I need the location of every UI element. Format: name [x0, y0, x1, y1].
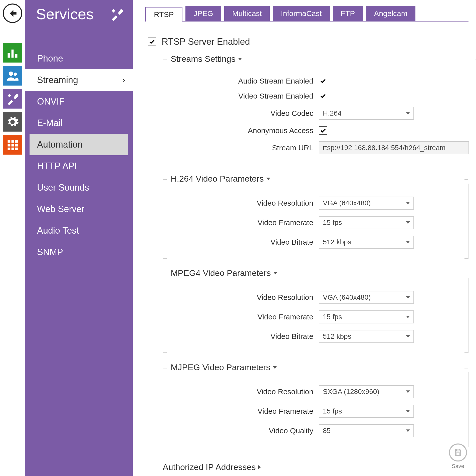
sidebar-item-label: Phone [37, 53, 63, 64]
chevron-right-icon: › [123, 76, 125, 84]
group-legend-mpeg4[interactable]: MPEG4 Video Parameters [168, 268, 473, 278]
group-legend-streams[interactable]: Streams Settings [168, 54, 476, 64]
select-mpeg4-res[interactable]: VGA (640x480) [319, 291, 414, 304]
label-mjpeg-fps: Video Framerate [173, 407, 313, 415]
sidebar-item-audiotest[interactable]: Audio Test [25, 220, 133, 241]
gear-icon [6, 115, 19, 128]
users-icon [6, 69, 19, 82]
select-mjpeg-fps[interactable]: 15 fps [319, 405, 414, 418]
tab-label: InformaCast [281, 9, 322, 18]
tab-informacast[interactable]: InformaCast [273, 6, 330, 21]
group-legend-authip[interactable]: Authorized IP Addresses [163, 462, 468, 472]
chevron-down-icon [273, 366, 277, 369]
label-mpeg4-fps: Video Framerate [173, 313, 313, 321]
tab-label: FTP [341, 9, 355, 18]
sidebar-item-streaming[interactable]: Streaming› [25, 69, 133, 91]
select-mjpeg-res[interactable]: SXGA (1280x960) [319, 385, 414, 398]
tab-ftp[interactable]: FTP [333, 6, 363, 21]
anon-access-checkbox[interactable] [319, 126, 327, 135]
floppy-icon [453, 448, 462, 457]
chevron-down-icon [238, 58, 242, 60]
svg-rect-6 [12, 140, 14, 143]
tab-label: RTSP [154, 10, 174, 19]
label-stream-url: Stream URL [173, 144, 313, 152]
icon-rail [0, 0, 25, 476]
tab-multicast[interactable]: Multicast [224, 6, 270, 21]
select-value: VGA (640x480) [323, 199, 371, 207]
rail-directory-icon[interactable] [3, 66, 22, 86]
sidebar-item-snmp[interactable]: SNMP [25, 241, 133, 263]
audio-enabled-checkbox[interactable] [319, 77, 327, 85]
bar-chart-icon [6, 46, 19, 59]
label-h264-res: Video Resolution [173, 199, 313, 207]
save-button[interactable]: Save [449, 443, 467, 469]
select-h264-br[interactable]: 512 kbps [319, 236, 414, 249]
sidebar-item-usersounds[interactable]: User Sounds [25, 177, 133, 198]
group-legend-label: MPEG4 Video Parameters [171, 268, 271, 278]
sidebar-item-httpapi[interactable]: HTTP API [25, 155, 133, 177]
select-value: 85 [323, 427, 331, 435]
rail-system-icon[interactable] [3, 135, 22, 155]
select-h264-res[interactable]: VGA (640x480) [319, 197, 414, 210]
sidebar-item-label: E-Mail [37, 118, 63, 128]
group-legend-mjpeg[interactable]: MJPEG Video Parameters [168, 362, 473, 372]
tab-angelcam[interactable]: Angelcam [366, 6, 415, 21]
select-mpeg4-br[interactable]: 512 kbps [319, 330, 414, 343]
label-audio-enabled: Audio Stream Enabled [173, 77, 313, 85]
back-button[interactable] [3, 4, 22, 23]
rail-hardware-icon[interactable] [3, 112, 22, 132]
sidebar-item-label: User Sounds [37, 182, 89, 193]
label-mpeg4-res: Video Resolution [173, 293, 313, 302]
select-mpeg4-fps[interactable]: 15 fps [319, 310, 414, 323]
arrow-left-icon [7, 8, 18, 19]
tab-rtsp[interactable]: RTSP [145, 7, 182, 22]
select-h264-fps[interactable]: 15 fps [319, 216, 414, 229]
label-h264-br: Video Bitrate [173, 238, 313, 246]
tab-jpeg[interactable]: JPEG [185, 6, 221, 21]
sidebar-item-email[interactable]: E-Mail [25, 112, 133, 134]
sidebar-item-webserver[interactable]: Web Server [25, 198, 133, 220]
label-h264-fps: Video Framerate [173, 218, 313, 227]
sidebar-item-label: Audio Test [37, 225, 79, 236]
label-video-codec: Video Codec [173, 109, 313, 118]
sidebar-nav: Phone Streaming› ONVIF E-Mail Automation… [25, 48, 133, 263]
sidebar-item-label: Automation [37, 139, 83, 150]
rail-status-icon[interactable] [3, 43, 22, 63]
video-enabled-checkbox[interactable] [319, 92, 327, 100]
sidebar: Services Phone Streaming› ONVIF E-Mail A… [25, 0, 133, 476]
tools-icon [110, 8, 124, 21]
select-video-codec[interactable]: H.264 [319, 107, 414, 120]
label-mjpeg-q: Video Quality [173, 426, 313, 435]
group-legend-label: H.264 Video Parameters [171, 174, 264, 184]
svg-rect-11 [8, 148, 11, 150]
check-icon [320, 78, 326, 84]
select-value: 512 kbps [323, 238, 351, 246]
svg-rect-14 [456, 449, 459, 451]
rail-services-icon[interactable] [3, 89, 22, 109]
sidebar-item-label: Streaming [37, 75, 78, 85]
group-legend-label: Authorized IP Addresses [163, 462, 256, 472]
sidebar-item-label: HTTP API [37, 161, 77, 171]
group-legend-h264[interactable]: H.264 Video Parameters [168, 174, 473, 184]
select-value: SXGA (1280x960) [323, 388, 379, 396]
tab-label: JPEG [193, 9, 213, 18]
svg-rect-1 [12, 50, 14, 58]
rtsp-enabled-checkbox[interactable] [148, 38, 156, 46]
save-label: Save [452, 463, 464, 469]
chevron-down-icon [266, 178, 270, 180]
svg-rect-10 [15, 144, 18, 147]
svg-point-4 [14, 73, 17, 76]
select-mjpeg-q[interactable]: 85 [319, 424, 414, 437]
group-streams-settings: Streams Settings Audio Stream Enabled Vi… [163, 60, 476, 164]
label-video-enabled: Video Stream Enabled [173, 92, 313, 100]
stream-url-field: rtsp://192.168.88.184:554/h264_stream [319, 141, 469, 154]
sidebar-item-automation[interactable]: Automation [30, 134, 128, 155]
sidebar-item-phone[interactable]: Phone [25, 48, 133, 69]
group-mjpeg: MJPEG Video Parameters Video Resolution … [163, 368, 468, 447]
tab-label: Angelcam [374, 9, 407, 18]
select-value: 15 fps [323, 219, 342, 227]
svg-rect-15 [456, 453, 460, 456]
rtsp-enabled-label: RTSP Server Enabled [162, 37, 250, 47]
sidebar-item-onvif[interactable]: ONVIF [25, 91, 133, 112]
chevron-down-icon [273, 272, 277, 274]
